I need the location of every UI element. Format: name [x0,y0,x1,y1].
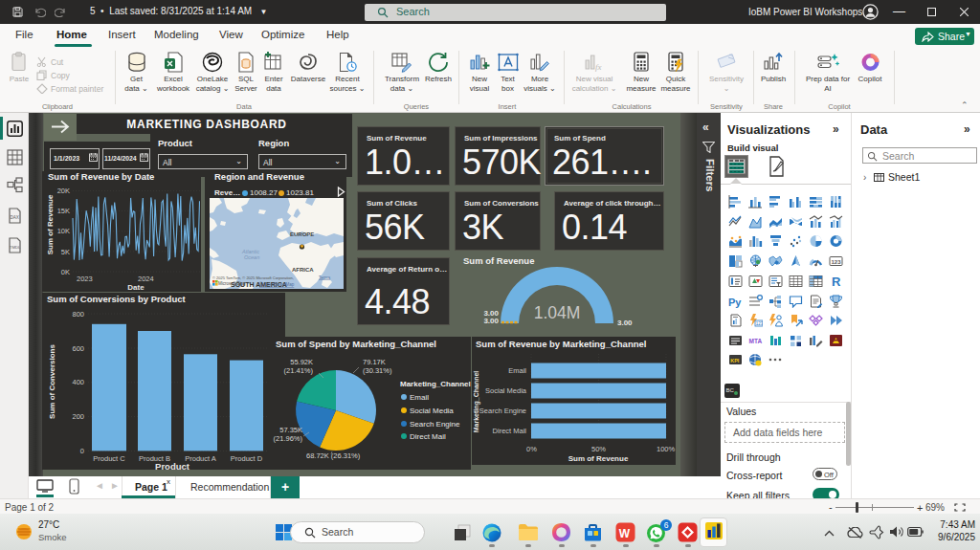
svg-text:Sum of Revenue: Sum of Revenue [568,454,629,463]
svg-text:TMDL: TMDL [10,245,21,250]
svg-text:DAX: DAX [10,215,18,220]
svg-text:200: 200 [72,412,84,421]
svg-text:Search Engine: Search Engine [479,407,526,415]
svg-text:57.35K: 57.35K [279,426,302,434]
svg-text:Marketing_Channel: Marketing_Channel [400,380,471,388]
svg-text:Sum of Conversions: Sum of Conversions [48,344,56,419]
svg-text:W: W [619,527,631,540]
svg-text:Email: Email [410,393,429,402]
svg-text:Marketing_Channel: Marketing_Channel [473,371,480,433]
svg-text:800: 800 [72,310,84,319]
svg-text:(30.31%): (30.31%) [363,366,392,375]
svg-text:Direct Mail: Direct Mail [493,427,527,435]
svg-text:123: 123 [832,259,842,265]
svg-text:Social Media: Social Media [410,407,454,415]
svg-text:2023: 2023 [77,275,93,283]
svg-text:KPI: KPI [730,358,740,363]
svg-text:Search Engine: Search Engine [410,420,460,429]
svg-text:79.17K: 79.17K [363,358,386,366]
svg-text:50%: 50% [591,445,606,453]
svg-text:MTA: MTA [749,338,763,344]
svg-text:600: 600 [72,344,84,353]
svg-text:Email: Email [508,366,526,375]
svg-text:15K: 15K [57,207,70,215]
svg-text:Social Media: Social Media [485,386,527,395]
svg-text:1.04M: 1.04M [534,303,581,322]
svg-text:0%: 0% [526,445,537,453]
svg-text:0: 0 [80,447,84,455]
svg-text:123: 123 [756,321,763,326]
svg-text:Py: Py [728,296,742,307]
svg-text:3.00: 3.00 [617,319,633,327]
svg-text:3.00: 3.00 [483,317,499,325]
svg-text:fx: fx [595,62,602,72]
svg-text:(21.41%): (21.41%) [284,366,314,375]
svg-text:68.72K (26.31%): 68.72K (26.31%) [306,451,361,460]
svg-text:Product C: Product C [93,454,125,463]
svg-text:5K: 5K [61,248,70,256]
svg-text:10K: 10K [57,227,70,235]
svg-text:Product A: Product A [185,454,216,463]
svg-text:0K: 0K [61,268,70,276]
svg-text:2024: 2024 [138,275,154,283]
svg-text:55.92K: 55.92K [290,358,313,366]
svg-text:Product D: Product D [231,454,263,463]
svg-text:20K: 20K [57,187,70,195]
svg-text:Product: Product [155,461,190,472]
svg-text:R: R [832,275,841,288]
svg-text:Direct Mail: Direct Mail [410,432,446,441]
svg-text:BC: BC [726,387,735,393]
svg-text:100%: 100% [657,445,676,453]
svg-text:Sum of Revenue: Sum of Revenue [46,194,55,254]
svg-text:Date: Date [127,283,145,292]
svg-text:400: 400 [72,378,84,386]
svg-text:(21.96%): (21.96%) [274,434,303,443]
